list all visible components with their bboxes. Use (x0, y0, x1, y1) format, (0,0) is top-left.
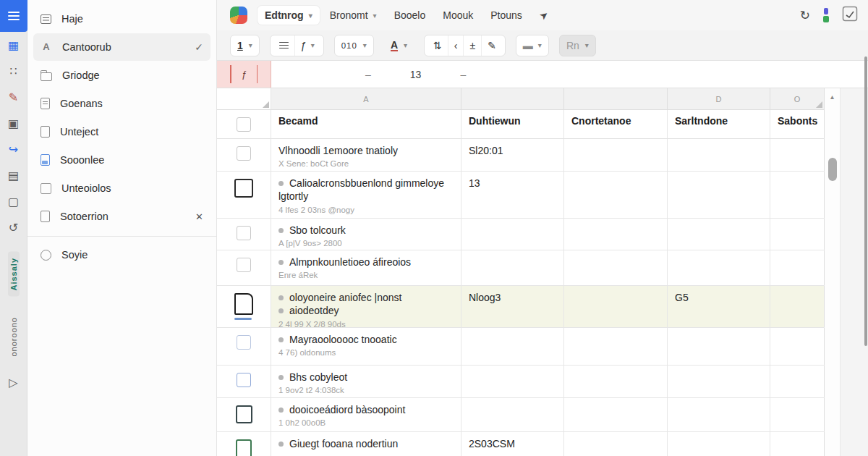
cell-empty[interactable] (668, 219, 770, 250)
sidebar-item-soyie[interactable]: Soyie (33, 241, 210, 269)
column-letter-b[interactable] (461, 88, 564, 109)
header-checkbox[interactable] (237, 117, 251, 132)
cell-empty[interactable] (461, 398, 564, 431)
select-all-corner[interactable] (217, 88, 271, 109)
column-letter-c[interactable] (564, 88, 668, 109)
cell-empty[interactable] (461, 219, 564, 250)
table-row[interactable]: Vlhnoodli 1emoore tnatiolyX Sene: boCt G… (217, 139, 868, 172)
cell-empty[interactable] (564, 172, 668, 218)
sidebar-item-cantoorub[interactable]: A Cantoorub ✓ (33, 33, 210, 61)
cell-empty[interactable] (564, 250, 668, 285)
row-checkbox[interactable] (234, 293, 253, 315)
sheet-grid-icon[interactable]: ▦ (0, 32, 27, 58)
cell-empty[interactable] (668, 328, 770, 365)
cell-empty[interactable] (564, 432, 668, 456)
cell-empty[interactable] (668, 250, 770, 285)
chart-box-icon[interactable] (842, 6, 858, 25)
header-cell[interactable]: Becamd (271, 110, 461, 138)
adjust-button[interactable]: ± (463, 35, 481, 56)
cell-empty[interactable] (770, 328, 825, 365)
cell-empty[interactable] (564, 139, 668, 171)
column-letter-a[interactable]: A (271, 88, 461, 109)
row-checkbox[interactable] (237, 146, 251, 161)
header-cell[interactable]: Duhtiewun (461, 110, 564, 138)
collapse-button[interactable]: ‹ (448, 35, 464, 56)
sidebar-item-goenans[interactable]: Goenans (33, 90, 210, 117)
table-icon[interactable]: ▤ (0, 162, 27, 188)
number-format-button[interactable]: 010 ▾ (334, 35, 374, 56)
menu-rail-button[interactable] (0, 0, 27, 32)
table-row[interactable]: Bhs cobyleot1 9ov2 t2 4:038ck (217, 366, 868, 398)
app-logo[interactable] (230, 7, 247, 24)
row-checkbox[interactable] (236, 439, 252, 456)
close-icon[interactable]: ✕ (195, 211, 203, 222)
header-cell[interactable]: Sabonts (770, 110, 825, 138)
lasso-icon[interactable]: ↺ (0, 214, 27, 240)
cell-empty[interactable] (770, 432, 825, 456)
cell-empty[interactable] (564, 398, 668, 431)
row-checkbox[interactable] (234, 179, 253, 198)
marker-icon[interactable] (823, 8, 829, 22)
row-checkbox[interactable] (237, 226, 251, 240)
cell-empty[interactable] (668, 139, 770, 171)
scrollbar-thumb[interactable] (828, 158, 837, 181)
menu-insert[interactable]: Moouk (435, 6, 480, 25)
cell-empty[interactable] (770, 139, 825, 171)
menu-edit[interactable]: Bronomt ▾ (323, 6, 384, 25)
table-row[interactable]: Sbo tolcourkA [p|V 9os> 2800 (217, 219, 868, 250)
window-scrollbar[interactable] (864, 56, 867, 346)
cell-empty[interactable] (564, 286, 668, 327)
insert-box-icon[interactable]: ▣ (0, 110, 27, 136)
column-letter-e[interactable]: O (770, 88, 825, 109)
cell-empty[interactable] (770, 219, 825, 250)
sidebar-item-unteject[interactable]: Unteject (33, 118, 210, 145)
function-button[interactable]: ƒ▾ (294, 35, 320, 56)
cell-empty[interactable] (564, 366, 668, 397)
edit-pen-button[interactable]: ✎ (481, 35, 502, 56)
sidebar-item-griodge[interactable]: Griodge (33, 62, 210, 89)
merge-button[interactable]: Rn ▾ (559, 35, 596, 56)
name-box[interactable]: ƒ (217, 61, 271, 88)
row-checkbox[interactable] (237, 258, 251, 272)
bulleted-list-button[interactable] (273, 35, 294, 56)
menu-view[interactable]: Booelo (387, 6, 433, 25)
refresh-icon[interactable]: ↻ (800, 8, 810, 23)
cell-empty[interactable] (770, 286, 825, 327)
column-letter-d[interactable]: D (668, 88, 770, 109)
row-checkbox[interactable] (236, 405, 252, 423)
sidebar-item-sooonlee[interactable]: Sooonlee (33, 146, 210, 174)
sort-button[interactable]: ⇅ (427, 35, 448, 56)
cell-empty[interactable] (461, 250, 564, 285)
table-row[interactable]: dooicoeádiord bàsoopoint1 0h2 00o0B (217, 398, 868, 432)
row-checkbox[interactable] (237, 373, 251, 387)
cell-empty[interactable] (668, 172, 770, 218)
cell-empty[interactable] (564, 219, 668, 250)
cell-empty[interactable] (770, 398, 825, 431)
header-checkbox-cell[interactable] (217, 110, 271, 138)
cell-empty[interactable] (668, 366, 770, 397)
table-row[interactable]: Mayraoolooooc tnooatic4 76) oldonums (217, 328, 868, 366)
header-cell[interactable]: Sarltndone (668, 110, 770, 138)
formula-input[interactable]: – 13 – (271, 61, 868, 88)
cell-empty[interactable] (770, 250, 825, 285)
share-arrow-icon[interactable]: ↪ (0, 136, 27, 162)
dots-icon[interactable]: ∷ (0, 58, 27, 84)
grid-scrollbar[interactable]: ▴ (825, 88, 841, 456)
cell-empty[interactable] (770, 366, 825, 397)
send-cursor-icon[interactable]: ➤ (529, 1, 558, 30)
cell-empty[interactable] (461, 328, 564, 365)
cell-empty[interactable] (770, 172, 825, 218)
rail-vertical-tab-second[interactable]: onoroono (8, 311, 20, 363)
header-cell[interactable]: Cnortetanoe (564, 110, 668, 138)
rail-vertical-tab-first[interactable]: Aissaly (8, 252, 20, 297)
sidebar-item-haje[interactable]: Haje (33, 5, 210, 33)
cell-empty[interactable] (668, 398, 770, 431)
sidebar-item-unteoiolos[interactable]: Unteoiolos (33, 174, 210, 202)
table-row-selected[interactable]: oloyoneire aniofec |nonst aiodeotdey 2 4… (217, 286, 868, 328)
border-button[interactable]: ▬ ▾ (516, 35, 549, 56)
menu-file[interactable]: Edtnrog ▾ (258, 6, 320, 25)
table-row[interactable]: Almpnkounletioeo áfireoiosEnre áRek (217, 250, 868, 286)
frame-icon[interactable]: ▢ (0, 188, 27, 214)
row-checkbox[interactable] (237, 335, 251, 350)
play-triangle-icon[interactable]: ▷ (0, 369, 27, 395)
